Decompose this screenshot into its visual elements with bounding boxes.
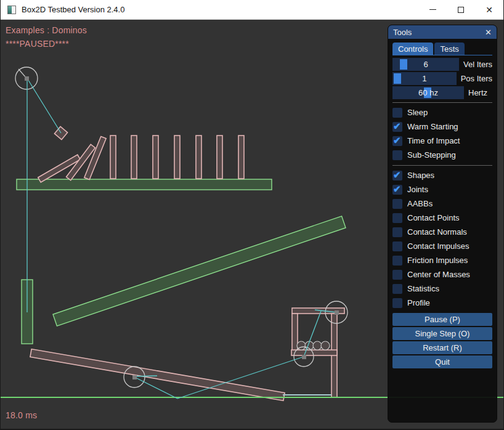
close-icon: ✕ [486, 6, 493, 14]
checkbox-box[interactable] [392, 270, 402, 280]
single-step-o-button[interactable]: Single Step (O) [392, 327, 492, 340]
checkbox-label: Warm Starting [407, 122, 458, 131]
pos-iters-label: Pos Iters [461, 74, 492, 83]
vel-iters-label: Vel Iters [463, 60, 492, 69]
checkbox-label: Contact Impulses [407, 241, 469, 251]
separator [392, 165, 492, 166]
pos-iters-row: 1 Pos Iters [392, 72, 492, 85]
simulation-canvas[interactable]: Examples : Dominos ****PAUSED**** 18.0 m… [1, 20, 504, 430]
domino [196, 136, 201, 179]
hertz-value: 60 hz [392, 86, 464, 99]
domino [174, 136, 180, 179]
close-button[interactable]: ✕ [475, 0, 503, 19]
checkbox-row-friction-impulses[interactable]: Friction Impulses [392, 253, 492, 267]
frame-structure [291, 308, 344, 397]
checkbox-box[interactable] [392, 213, 402, 223]
vel-iters-slider[interactable]: 6 [392, 58, 459, 71]
tab-tests[interactable]: Tests [434, 43, 464, 55]
checkbox-row-warm-starting[interactable]: ✔Warm Starting [392, 120, 492, 134]
check-icon: ✔ [393, 121, 401, 132]
app-window: Box2D Testbed Version 2.4.0 ✕ [0, 0, 504, 430]
checkbox-box[interactable]: ✔ [392, 136, 402, 146]
checkbox-label: Time of Impact [407, 136, 460, 145]
checkbox-box[interactable] [392, 298, 402, 308]
checkbox-label: Contact Normals [407, 227, 467, 237]
checkbox-label: Center of Masses [407, 270, 470, 279]
checkbox-box[interactable]: ✔ [392, 122, 402, 132]
checkbox-box[interactable] [392, 199, 402, 209]
panel-buttons: Pause (P)Single Step (O)Restart (R)Quit [392, 313, 492, 368]
checkbox-row-time-of-impact[interactable]: ✔Time of Impact [392, 134, 492, 148]
separator [392, 102, 492, 103]
domino [110, 136, 116, 179]
panel-close-icon[interactable]: ✕ [485, 28, 492, 36]
checkbox-row-profile[interactable]: Profile [392, 296, 492, 310]
checkbox-label: Joints [407, 185, 428, 194]
domino [217, 136, 222, 179]
pos-iters-value: 1 [392, 72, 457, 85]
checkbox-label: Shapes [407, 171, 434, 180]
checkbox-label: Sleep [407, 108, 428, 117]
checkbox-box[interactable] [392, 227, 402, 237]
checkbox-group-solver: Sleep✔Warm Starting✔Time of ImpactSub-St… [392, 105, 492, 162]
example-title: Examples : Dominos [6, 25, 87, 35]
domino [131, 136, 137, 179]
tools-panel-title: Tools [393, 28, 412, 37]
check-icon: ✔ [393, 135, 401, 146]
check-icon: ✔ [393, 169, 401, 181]
tab-bar: Controls Tests [392, 43, 492, 55]
checkbox-row-contact-points[interactable]: Contact Points [392, 211, 492, 225]
checkbox-row-sleep[interactable]: Sleep [392, 105, 492, 120]
tools-panel: Tools ✕ Controls Tests 6 Vel Iters [388, 25, 497, 423]
tools-panel-titlebar[interactable]: Tools ✕ [388, 25, 497, 39]
checkbox-label: Statistics [407, 284, 439, 293]
domino-platform [17, 179, 272, 190]
pos-iters-slider[interactable]: 1 [392, 72, 457, 85]
upright-dominoes [110, 136, 244, 179]
checkbox-label: Profile [407, 298, 430, 307]
checkbox-label: Contact Points [407, 213, 460, 222]
checkbox-box[interactable]: ✔ [392, 185, 402, 195]
check-icon: ✔ [393, 184, 401, 195]
checkbox-label: AABBs [407, 199, 433, 208]
checkbox-box[interactable] [392, 256, 402, 266]
minimize-button[interactable] [418, 0, 447, 19]
pause-p-button[interactable]: Pause (P) [392, 313, 492, 326]
checkbox-row-shapes[interactable]: ✔Shapes [392, 168, 492, 182]
checkbox-row-aabbs[interactable]: AABBs [392, 197, 492, 211]
paused-status: ****PAUSED**** [6, 39, 69, 49]
maximize-icon [458, 7, 464, 13]
shelf-balls [297, 341, 330, 350]
frame-shelf [291, 350, 337, 355]
hertz-label: Hertz [468, 88, 487, 97]
seesaw-plank [30, 349, 285, 401]
ball-circle [313, 341, 322, 350]
domino [153, 136, 158, 179]
maximize-button[interactable] [447, 0, 475, 19]
restart-r-button[interactable]: Restart (R) [392, 341, 492, 354]
hertz-slider[interactable]: 60 hz [392, 86, 464, 99]
checkbox-box[interactable] [392, 150, 402, 160]
checkbox-box[interactable] [392, 241, 402, 251]
checkbox-row-statistics[interactable]: Statistics [392, 282, 492, 296]
checkbox-row-joints[interactable]: ✔Joints [392, 182, 492, 197]
checkbox-row-contact-impulses[interactable]: Contact Impulses [392, 239, 492, 253]
checkbox-row-center-of-masses[interactable]: Center of Masses [392, 267, 492, 282]
checkbox-box[interactable] [392, 108, 402, 118]
vel-iters-row: 6 Vel Iters [392, 58, 492, 71]
tab-controls[interactable]: Controls [392, 43, 433, 55]
window-title: Box2D Testbed Version 2.4.0 [22, 5, 124, 14]
title-bar: Box2D Testbed Version 2.4.0 ✕ [1, 0, 503, 20]
ball-circle [321, 341, 330, 350]
checkbox-row-sub-stepping[interactable]: Sub-Stepping [392, 148, 492, 162]
frame-time-label: 18.0 ms [6, 410, 37, 420]
checkbox-box[interactable] [392, 284, 402, 294]
checkbox-label: Sub-Stepping [407, 150, 456, 160]
domino [238, 136, 244, 179]
checkbox-group-draw: ✔Shapes✔JointsAABBsContact PointsContact… [392, 168, 492, 310]
checkbox-label: Friction Impulses [407, 256, 468, 265]
checkbox-box[interactable]: ✔ [392, 171, 402, 181]
quit-button[interactable]: Quit [392, 355, 492, 368]
checkbox-row-contact-normals[interactable]: Contact Normals [392, 225, 492, 239]
hertz-row: 60 hz Hertz [392, 86, 492, 99]
